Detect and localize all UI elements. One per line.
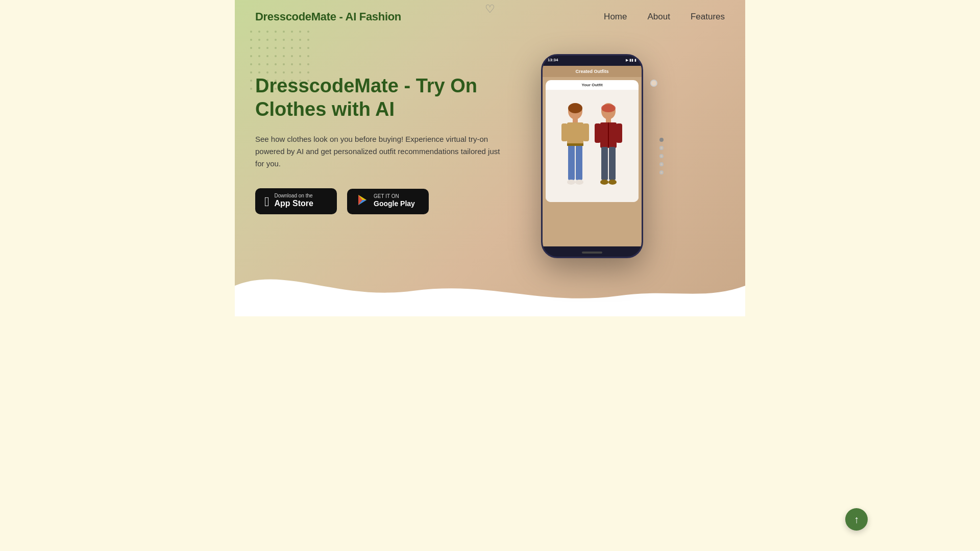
- svg-point-24: [600, 180, 608, 185]
- brand-name: DresscodeMate - AI Fashion: [255, 10, 401, 23]
- phone-frame: 13:34 ▶ ▮▮ ▮ Created Outfits Your Outfit: [541, 54, 643, 258]
- app-store-sub: Download on the: [275, 193, 313, 198]
- outfit-svg: [559, 102, 625, 199]
- phone-mockup: 13:34 ▶ ▮▮ ▮ Created Outfits Your Outfit: [541, 54, 653, 258]
- nav-features[interactable]: Features: [691, 12, 725, 22]
- svg-rect-6: [573, 117, 578, 122]
- right-margin: [745, 0, 980, 551]
- phone-screen-header: Created Outfits: [543, 66, 642, 77]
- hero-description: See how clothes look on you before buyin…: [255, 133, 500, 170]
- google-play-sub: GET IT ON: [374, 194, 415, 199]
- svg-rect-10: [568, 144, 575, 180]
- phone-notch: [577, 61, 607, 65]
- scroll-indicator-dots: [659, 138, 664, 174]
- svg-point-5: [568, 103, 582, 113]
- svg-rect-22: [609, 147, 616, 180]
- svg-rect-12: [567, 143, 583, 146]
- phone-side-controls: [650, 80, 657, 87]
- outfit-images: [546, 90, 639, 202]
- svg-point-14: [575, 180, 583, 185]
- nav-about[interactable]: About: [647, 12, 670, 22]
- app-store-main: App Store: [275, 198, 313, 209]
- scroll-dot-3: [659, 154, 664, 158]
- svg-rect-21: [601, 147, 608, 180]
- nav-home[interactable]: Home: [604, 12, 627, 22]
- phone-time: 13:34: [548, 58, 558, 62]
- svg-point-13: [567, 180, 575, 185]
- left-margin: [0, 0, 235, 551]
- phone-outfit-card: Your Outfit: [546, 80, 639, 202]
- phone-screen: Created Outfits Your Outfit: [543, 66, 642, 246]
- apple-icon: : [264, 195, 270, 208]
- nav-links: Home About Features: [604, 12, 725, 22]
- google-play-button[interactable]: GET IT ON Google Play: [347, 189, 429, 214]
- store-buttons:  Download on the App Store: [255, 188, 541, 214]
- google-play-text: GET IT ON Google Play: [374, 194, 415, 208]
- google-play-main: Google Play: [374, 199, 415, 208]
- scroll-dot-4: [659, 162, 664, 166]
- svg-rect-17: [606, 117, 611, 122]
- phone-status-icons: ▶ ▮▮ ▮: [626, 58, 636, 62]
- app-store-button[interactable]:  Download on the App Store: [255, 188, 337, 214]
- phone-home-bar: [582, 252, 602, 254]
- hero-section: DresscodeMate - Try On Clothes with AI S…: [235, 34, 745, 319]
- hero-title: DresscodeMate - Try On Clothes with AI: [255, 74, 541, 121]
- svg-rect-19: [595, 123, 601, 143]
- svg-rect-8: [561, 123, 568, 141]
- hero-text: DresscodeMate - Try On Clothes with AI S…: [255, 64, 541, 214]
- scroll-dot-5: [659, 170, 664, 174]
- app-store-text: Download on the App Store: [275, 193, 313, 209]
- phone-card-title: Your Outfit: [546, 80, 639, 90]
- svg-rect-7: [567, 122, 583, 145]
- navbar: DresscodeMate - AI Fashion Home About Fe…: [235, 0, 745, 34]
- svg-point-25: [608, 180, 617, 185]
- scroll-dot-1: [659, 138, 664, 142]
- main-content: // Will be populated in init script ♡ Dr…: [235, 0, 745, 551]
- svg-rect-20: [616, 123, 622, 143]
- side-button-1: [650, 80, 657, 87]
- svg-rect-11: [576, 144, 582, 180]
- svg-point-16: [601, 104, 616, 112]
- google-play-icon: [356, 194, 369, 209]
- scroll-dot-2: [659, 146, 664, 150]
- svg-rect-9: [583, 123, 589, 141]
